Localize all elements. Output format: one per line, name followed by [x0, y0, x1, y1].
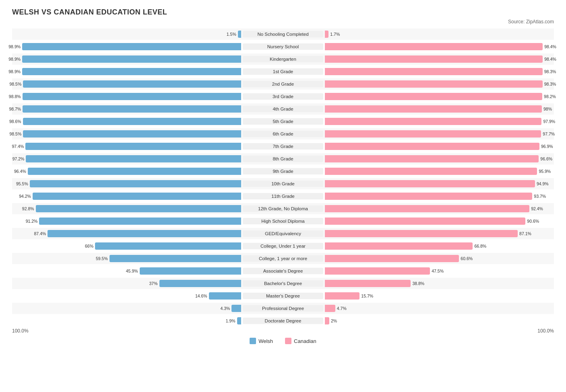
- source-label: Source: ZipAtlas.com: [12, 19, 554, 25]
- welsh-bar: [48, 230, 241, 237]
- row-label: 1st Grade: [243, 68, 323, 75]
- canadian-bar: [325, 255, 459, 262]
- canadian-value: 92.4%: [531, 206, 543, 211]
- right-bar-container: 38.8%: [323, 278, 554, 289]
- canadian-bar: [325, 242, 473, 250]
- welsh-value: 97.2%: [12, 156, 25, 161]
- chart-row: 94.2%11th Grade93.7%: [12, 191, 554, 202]
- chart-row: 98.9%1st Grade98.3%: [12, 66, 554, 77]
- welsh-value: 98.6%: [9, 119, 21, 124]
- left-bar-container: 98.9%: [12, 41, 243, 52]
- left-bar-container: 98.9%: [12, 53, 243, 65]
- chart-row: 97.2%8th Grade96.6%: [12, 153, 554, 164]
- row-label: Professional Degree: [243, 305, 323, 312]
- welsh-value: 94.2%: [19, 194, 31, 199]
- row-label: 6th Grade: [243, 131, 323, 137]
- welsh-bar: [39, 218, 241, 225]
- row-label: Associate's Degree: [243, 268, 323, 274]
- welsh-value: 92.8%: [22, 206, 34, 211]
- welsh-bar: [23, 105, 241, 113]
- row-label: College, Under 1 year: [243, 243, 323, 249]
- row-label: 4th Grade: [243, 106, 323, 112]
- left-bar-container: 87.4%: [12, 228, 243, 239]
- row-label: GED/Equivalency: [243, 230, 323, 237]
- left-bar-container: 91.2%: [12, 215, 243, 227]
- chart-row: 4.3%Professional Degree4.7%: [12, 303, 554, 314]
- canadian-value: 97.9%: [543, 119, 555, 124]
- left-bar-container: 4.3%: [12, 303, 243, 314]
- welsh-bar: [23, 93, 241, 100]
- right-bar-container: 98.4%: [323, 53, 554, 65]
- welsh-value: 1.9%: [226, 318, 235, 323]
- right-bar-container: 98.3%: [323, 78, 554, 90]
- welsh-bar: [22, 55, 241, 63]
- chart-row: 59.5%College, 1 year or more60.6%: [12, 253, 554, 264]
- chart-row: 98.9%Kindergarten98.4%: [12, 53, 554, 65]
- canadian-value: 98%: [543, 107, 552, 111]
- canadian-bar: [325, 168, 537, 175]
- canadian-value: 47.5%: [432, 269, 444, 273]
- row-label: College, 1 year or more: [243, 255, 323, 262]
- welsh-bar: [23, 130, 241, 138]
- chart-row: 45.9%Associate's Degree47.5%: [12, 265, 554, 277]
- left-bar-container: 14.6%: [12, 290, 243, 302]
- chart-row: 98.7%4th Grade98%: [12, 103, 554, 115]
- left-bar-container: 1.9%: [12, 315, 243, 326]
- welsh-value: 96.4%: [14, 169, 26, 174]
- legend-welsh: Welsh: [250, 338, 273, 344]
- canadian-bar: [325, 31, 328, 38]
- right-bar-container: 98.3%: [323, 66, 554, 77]
- canadian-value: 96.9%: [541, 144, 553, 149]
- canadian-value: 90.6%: [527, 219, 539, 224]
- welsh-bar: [26, 155, 241, 162]
- welsh-value: 98.8%: [9, 94, 21, 99]
- welsh-value: 45.9%: [126, 269, 138, 273]
- left-bar-container: 98.8%: [12, 91, 243, 102]
- welsh-value: 4.3%: [220, 306, 230, 311]
- welsh-value: 14.6%: [195, 293, 207, 298]
- chart-title: WELSH VS CANADIAN EDUCATION LEVEL: [12, 8, 554, 16]
- canadian-bar: [325, 55, 543, 63]
- canadian-bar: [325, 118, 541, 125]
- chart-row: 1.5%No Schooling Completed1.7%: [12, 29, 554, 40]
- welsh-value: 98.9%: [8, 69, 21, 74]
- chart-row: 95.5%10th Grade94.9%: [12, 178, 554, 189]
- welsh-value: 87.4%: [34, 231, 46, 236]
- left-bar-container: 98.5%: [12, 128, 243, 140]
- left-bar-container: 98.6%: [12, 116, 243, 127]
- chart-row: 87.4%GED/Equivalency87.1%: [12, 228, 554, 239]
- left-bar-container: 92.8%: [12, 203, 243, 214]
- right-bar-container: 90.6%: [323, 215, 554, 227]
- welsh-bar: [209, 292, 241, 300]
- right-bar-container: 93.7%: [323, 191, 554, 202]
- canadian-bar: [325, 305, 335, 312]
- canadian-bar: [325, 93, 542, 100]
- canadian-value: 94.9%: [537, 181, 549, 186]
- row-label: Bachelor's Degree: [243, 280, 323, 287]
- canadian-bar: [325, 267, 430, 275]
- row-label: Nursery School: [243, 43, 323, 50]
- welsh-bar: [23, 118, 241, 125]
- left-bar-container: 96.4%: [12, 166, 243, 177]
- canadian-value: 97.7%: [543, 131, 555, 136]
- right-bar-container: 98%: [323, 103, 554, 115]
- canadian-bar: [325, 292, 359, 300]
- row-label: High School Diploma: [243, 218, 323, 224]
- row-label: 12th Grade, No Diploma: [243, 205, 323, 212]
- welsh-bar: [109, 255, 241, 262]
- canadian-value: 4.7%: [337, 306, 347, 311]
- welsh-bar: [33, 193, 241, 200]
- chart-row: 98.5%6th Grade97.7%: [12, 128, 554, 140]
- canadian-value: 95.9%: [539, 169, 551, 174]
- right-bar-container: 47.5%: [323, 265, 554, 277]
- chart-row: 98.8%3rd Grade98.2%: [12, 91, 554, 102]
- right-bar-container: 1.7%: [323, 29, 554, 40]
- row-label: 9th Grade: [243, 168, 323, 174]
- canadian-bar: [325, 105, 542, 113]
- row-label: 7th Grade: [243, 143, 323, 150]
- left-bar-container: 98.5%: [12, 78, 243, 90]
- canadian-value: 15.7%: [361, 293, 373, 298]
- canadian-color-box: [285, 338, 291, 344]
- canadian-value: 87.1%: [519, 231, 531, 236]
- right-bar-container: 15.7%: [323, 290, 554, 302]
